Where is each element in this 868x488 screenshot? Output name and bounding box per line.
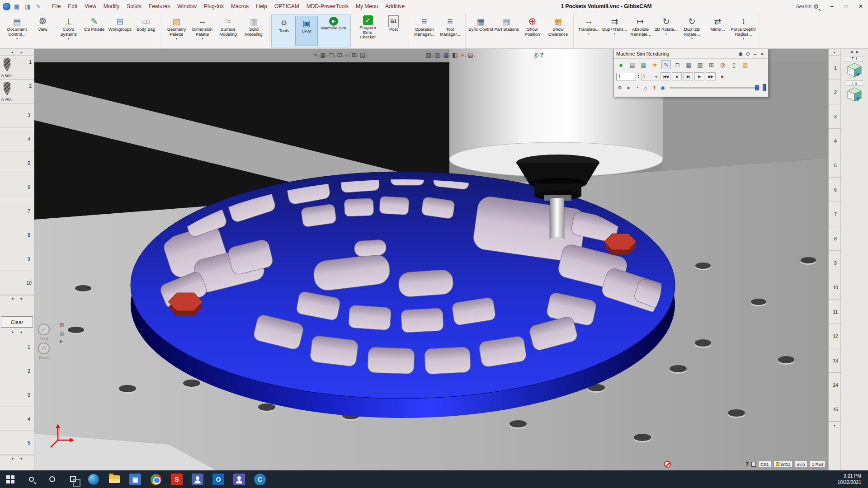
viewport-tool-button[interactable]: ▤▾ bbox=[360, 51, 367, 59]
scroll-bottom-icon[interactable]: ▼ bbox=[20, 297, 23, 300]
scroll-up-icon[interactable]: ▲ bbox=[11, 330, 14, 333]
dropdown-caret-icon[interactable]: ▾ bbox=[68, 37, 70, 41]
dropdown-caret-icon[interactable]: ▾ bbox=[202, 37, 203, 41]
dark-sphere-icon[interactable]: ● bbox=[625, 84, 632, 91]
ribbon-button[interactable]: ▨ Geometry Palette ▾ bbox=[164, 14, 189, 47]
dropdown-caret-icon[interactable]: ▾ bbox=[614, 32, 616, 36]
cs-indicator[interactable]: CS1 bbox=[758, 460, 771, 468]
taskbar-app-c[interactable]: C bbox=[250, 470, 270, 488]
speed-spinner[interactable]: ▲▼ bbox=[637, 74, 640, 79]
ribbon-button[interactable]: ⊞ Workgroups bbox=[107, 14, 133, 47]
warning-icon[interactable]: △ bbox=[642, 84, 649, 91]
tool-list-scroll-up[interactable]: ▲▲ bbox=[0, 49, 34, 56]
dropdown-caret-icon[interactable]: ▾ bbox=[357, 53, 359, 59]
menu-item[interactable]: File bbox=[48, 0, 64, 13]
play-button[interactable]: ▶ bbox=[694, 72, 704, 80]
start-button[interactable] bbox=[0, 470, 21, 488]
taskbar-teams[interactable] bbox=[229, 470, 250, 488]
menu-item[interactable]: Features bbox=[145, 0, 174, 13]
dropdown-caret-icon[interactable]: ▾ bbox=[317, 53, 319, 59]
menu-item[interactable]: OPTICAM bbox=[271, 0, 303, 13]
tool-text-icon[interactable]: T bbox=[651, 84, 658, 91]
show-desktop-button[interactable] bbox=[866, 470, 868, 488]
open-folder-icon[interactable]: ▨ bbox=[741, 60, 750, 69]
tool-slot[interactable]: 10 bbox=[0, 271, 34, 295]
viewport-tool-button[interactable]: ≡▾ bbox=[345, 51, 350, 59]
lock-icon[interactable]: ⊓ bbox=[673, 60, 682, 69]
ribbon-button[interactable]: ◻◻ Body Bag bbox=[133, 14, 159, 47]
ribbon-button[interactable]: ↕ Force Depth/ Radius... ▾ bbox=[731, 14, 756, 47]
ribbon-button[interactable]: ▦ Show Clearance bbox=[545, 14, 571, 47]
menu-item[interactable]: Plug-Ins bbox=[200, 0, 227, 13]
part-count-indicator[interactable]: 1 Part bbox=[810, 460, 826, 468]
grid-icon[interactable]: ▦ bbox=[684, 60, 693, 69]
operation-slot[interactable]: 1 bbox=[829, 56, 840, 80]
active-tool-item[interactable]: T 1 V bbox=[846, 54, 863, 79]
menu-item[interactable]: My Menu bbox=[352, 0, 382, 13]
app-logo-icon[interactable] bbox=[3, 3, 10, 10]
sparks-icon[interactable]: ★ bbox=[650, 60, 660, 69]
ribbon-button[interactable]: → Translate... ▾ bbox=[576, 14, 602, 47]
search-label[interactable]: Search bbox=[796, 4, 811, 9]
operation-slot[interactable]: 4 bbox=[829, 129, 840, 153]
spin-down-icon[interactable]: ▼ bbox=[637, 76, 640, 79]
operation-slot[interactable]: 9 bbox=[829, 251, 840, 275]
menu-item[interactable]: Edit bbox=[64, 0, 81, 13]
ribbon-button[interactable]: ⊥ Coord Systems ▾ bbox=[56, 14, 81, 47]
minimize-button[interactable]: – bbox=[825, 0, 839, 13]
taskbar-search-button[interactable] bbox=[21, 470, 42, 488]
clear-button[interactable]: Clear bbox=[1, 316, 33, 328]
maximize-button[interactable]: □ bbox=[839, 0, 854, 13]
lower-list-scroll-down[interactable]: ▼▼ bbox=[0, 455, 34, 462]
tool-slot[interactable]: 5 bbox=[0, 151, 34, 175]
report-icon[interactable]: ▯ bbox=[729, 60, 739, 69]
operation-slot[interactable]: 15 bbox=[829, 397, 840, 422]
taskbar-clock[interactable]: 3:21 PM 10/22/2021 bbox=[837, 473, 866, 485]
dropdown-caret-icon[interactable]: ▾ bbox=[743, 37, 745, 41]
operation-slot[interactable]: 14 bbox=[829, 373, 840, 397]
taskbar-edge[interactable] bbox=[83, 470, 104, 488]
ribbon-button[interactable]: ≡ Tool Manager... bbox=[437, 14, 463, 47]
operation-slot[interactable]: 10 bbox=[829, 275, 840, 300]
op-scroll-down[interactable]: ▼ bbox=[829, 422, 840, 428]
viewport-tool-button[interactable]: ▦▾ bbox=[443, 51, 451, 59]
flow-arrow-icon[interactable]: ▶ bbox=[60, 339, 64, 343]
tool-slot[interactable]: 4 bbox=[0, 127, 34, 151]
tool-body-cube-icon[interactable]: V bbox=[846, 86, 863, 103]
palette-close-icon[interactable]: ✕ bbox=[759, 51, 766, 57]
op-sheet-icon[interactable]: ▤ bbox=[60, 330, 64, 336]
scroll-down-icon[interactable]: ▼ bbox=[11, 457, 14, 460]
search-icon[interactable] bbox=[814, 5, 818, 9]
operation-slot[interactable]: 3 bbox=[829, 104, 840, 129]
viewport-tool-button[interactable]: ◧▾ bbox=[452, 51, 459, 59]
slider-handle[interactable] bbox=[755, 85, 759, 90]
ribbon-button[interactable]: ▦ Part Stations bbox=[494, 14, 519, 47]
scroll-bottom-icon[interactable]: ▼ bbox=[20, 457, 23, 460]
paint-toolpath-icon[interactable]: ✎ bbox=[661, 60, 671, 69]
menu-item[interactable]: Modify bbox=[100, 0, 123, 13]
stop-button[interactable]: ■ bbox=[672, 72, 682, 80]
redo-button[interactable]: ↺ bbox=[38, 343, 50, 354]
operation-slot[interactable]: 12 bbox=[829, 324, 840, 348]
operation-slot[interactable]: 11 bbox=[829, 300, 840, 324]
close-button[interactable]: ✕ bbox=[854, 0, 868, 13]
ribbon-button[interactable]: ▤ Document Control... ▾ bbox=[4, 14, 30, 47]
scroll-up-icon[interactable]: ▲ bbox=[833, 51, 836, 54]
ribbon-button[interactable]: ≈ Surface Modeling bbox=[215, 14, 241, 47]
dock-window-icon[interactable]: ▣ bbox=[737, 51, 744, 57]
units-indicator[interactable]: inch bbox=[795, 460, 807, 468]
quick-window-icon[interactable]: ◨ bbox=[24, 2, 32, 10]
viewport-tool-button[interactable]: ◎ bbox=[533, 51, 538, 59]
flowchart-icon[interactable]: ⊞ bbox=[707, 60, 716, 69]
quick-save-icon[interactable]: ▦ bbox=[13, 2, 21, 10]
taskbar-file-explorer[interactable] bbox=[104, 470, 125, 488]
list-slot[interactable]: 2 bbox=[0, 359, 34, 383]
palette-titlebar[interactable]: Machine Sim Rendering ▣ – ✕ bbox=[614, 49, 768, 59]
dropdown-caret-icon[interactable]: ▾ bbox=[691, 37, 693, 41]
taskbar-teams-classic[interactable] bbox=[187, 470, 208, 488]
tool-tab-label[interactable]: T 2 bbox=[846, 80, 863, 86]
dropdown-caret-icon[interactable]: ▾ bbox=[349, 53, 350, 59]
ribbon-button[interactable]: ▣ CAM bbox=[295, 16, 318, 46]
ribbon-button[interactable]: ↦ Absolute Translate... bbox=[627, 14, 653, 47]
viewport-tool-button[interactable]: ? bbox=[540, 51, 543, 59]
